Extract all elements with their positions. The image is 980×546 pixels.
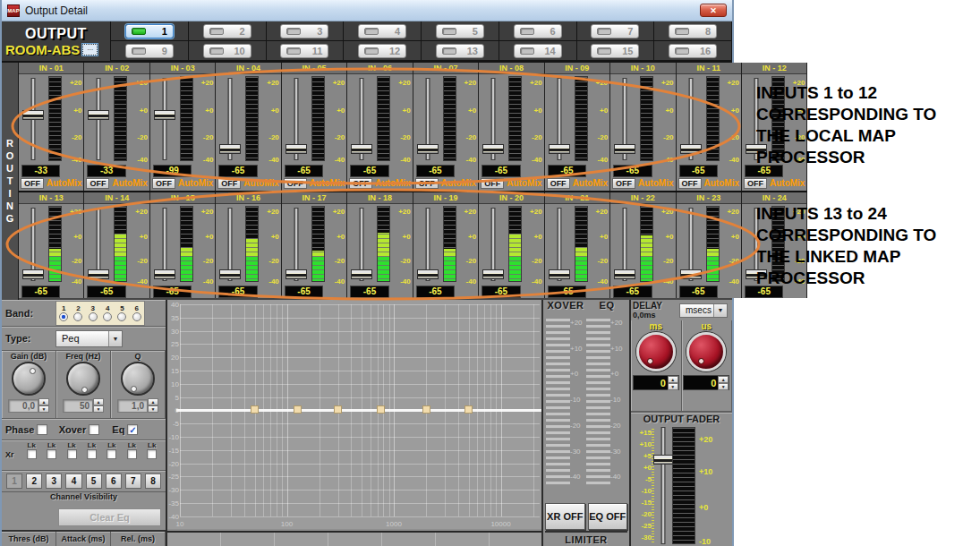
- fader-handle[interactable]: [219, 269, 241, 279]
- off-button[interactable]: OFF: [21, 178, 44, 189]
- automix-button[interactable]: AutoMix: [441, 178, 476, 188]
- off-button[interactable]: OFF: [86, 178, 109, 189]
- eq-off-button[interactable]: EQ OFF: [588, 503, 628, 530]
- delay-us-knob[interactable]: [686, 332, 726, 371]
- output-channel-button-15[interactable]: 15: [591, 44, 639, 58]
- visibility-button-1[interactable]: 1: [6, 473, 22, 489]
- automix-button[interactable]: AutoMix: [770, 178, 805, 188]
- automix-button[interactable]: AutoMix: [507, 178, 541, 188]
- xr-link-checkbox-5[interactable]: [107, 449, 116, 459]
- fader-handle[interactable]: [154, 110, 175, 120]
- output-fader-handle[interactable]: [653, 455, 673, 465]
- clear-eq-button[interactable]: Clear Eq: [58, 508, 161, 526]
- eq-checkbox[interactable]: ✓: [127, 424, 138, 435]
- band-radio-2[interactable]: [73, 312, 82, 321]
- off-button[interactable]: OFF: [481, 178, 504, 189]
- eq-band-handle-6[interactable]: [464, 405, 473, 414]
- automix-button[interactable]: AutoMix: [375, 178, 410, 188]
- off-button[interactable]: OFF: [284, 178, 307, 189]
- fader-handle[interactable]: [154, 269, 175, 279]
- output-channel-button-10[interactable]: 10: [203, 44, 251, 58]
- xr-off-button[interactable]: XR OFF: [545, 503, 585, 530]
- room-browse-button[interactable]: ...: [82, 44, 98, 55]
- off-button[interactable]: OFF: [415, 178, 439, 189]
- xr-link-checkbox-3[interactable]: [67, 449, 77, 459]
- off-button[interactable]: OFF: [217, 178, 241, 189]
- xr-link-checkbox-6[interactable]: [127, 449, 137, 459]
- eq-knob[interactable]: [66, 362, 100, 396]
- automix-button[interactable]: AutoMix: [47, 178, 81, 188]
- phase-checkbox[interactable]: [37, 424, 47, 435]
- fader-handle[interactable]: [285, 269, 307, 279]
- fader-handle[interactable]: [22, 269, 44, 279]
- fader-handle[interactable]: [482, 269, 504, 279]
- xr-link-checkbox-4[interactable]: [87, 449, 97, 459]
- visibility-button-5[interactable]: 5: [86, 473, 102, 489]
- off-button[interactable]: OFF: [744, 178, 767, 189]
- spinner-up-icon[interactable]: ▲: [718, 376, 729, 383]
- band-radio-3[interactable]: [89, 312, 98, 321]
- eq-band-handle-5[interactable]: [422, 405, 430, 414]
- eq-knob[interactable]: [121, 362, 155, 396]
- fader-handle[interactable]: [614, 269, 635, 279]
- output-channel-button-3[interactable]: 3: [280, 24, 328, 38]
- visibility-button-6[interactable]: 6: [106, 473, 122, 489]
- output-channel-button-16[interactable]: 16: [669, 44, 717, 58]
- band-radio-1[interactable]: [59, 312, 68, 321]
- output-channel-button-2[interactable]: 2: [203, 24, 251, 38]
- fader-handle[interactable]: [22, 110, 44, 120]
- eq-band-handle-1[interactable]: [251, 405, 259, 414]
- off-button[interactable]: OFF: [612, 178, 635, 189]
- fader-handle[interactable]: [88, 269, 109, 279]
- visibility-button-3[interactable]: 3: [46, 473, 62, 489]
- automix-button[interactable]: AutoMix: [573, 178, 608, 188]
- off-button[interactable]: OFF: [152, 178, 175, 189]
- eq-band-handle-3[interactable]: [334, 405, 342, 414]
- output-channel-button-7[interactable]: 7: [591, 24, 639, 38]
- automix-button[interactable]: AutoMix: [178, 178, 213, 188]
- band-radio-6[interactable]: [132, 312, 141, 321]
- delay-ms-knob[interactable]: [636, 332, 676, 371]
- spinner-down-icon[interactable]: ▼: [718, 383, 729, 390]
- eq-frequency-plot[interactable]: 4035302520151050-5-10-15-20-25-30-35-401…: [167, 300, 541, 529]
- fader-handle[interactable]: [219, 144, 241, 154]
- delay-unit-select[interactable]: msecs ▼: [679, 303, 728, 318]
- filter-type-select[interactable]: Peq ▼: [55, 330, 123, 347]
- fader-handle[interactable]: [614, 144, 635, 154]
- xr-link-checkbox-7[interactable]: [147, 449, 157, 459]
- off-button[interactable]: OFF: [349, 178, 372, 189]
- xover-checkbox[interactable]: [89, 424, 99, 435]
- automix-button[interactable]: AutoMix: [704, 178, 739, 188]
- xr-link-checkbox-2[interactable]: [47, 449, 56, 459]
- off-button[interactable]: OFF: [547, 178, 570, 189]
- spinner-down-icon[interactable]: ▼: [93, 405, 104, 413]
- automix-button[interactable]: AutoMix: [112, 178, 147, 188]
- output-channel-button-9[interactable]: 9: [125, 44, 174, 58]
- visibility-button-2[interactable]: 2: [26, 473, 42, 489]
- band-radio-5[interactable]: [117, 312, 126, 321]
- xr-link-checkbox-1[interactable]: [27, 449, 37, 459]
- fader-handle[interactable]: [549, 144, 570, 154]
- spinner-down-icon[interactable]: ▼: [38, 405, 49, 413]
- spinner-down-icon[interactable]: ▼: [668, 383, 678, 390]
- fader-handle[interactable]: [417, 269, 439, 279]
- eq-band-handle-4[interactable]: [377, 405, 385, 414]
- output-channel-button-6[interactable]: 6: [514, 24, 562, 38]
- fader-handle[interactable]: [549, 269, 570, 279]
- fader-handle[interactable]: [351, 269, 372, 279]
- spinner-up-icon[interactable]: ▲: [38, 398, 49, 405]
- visibility-button-7[interactable]: 7: [125, 473, 141, 489]
- spinner-down-icon[interactable]: ▼: [148, 405, 158, 413]
- spinner-up-icon[interactable]: ▲: [668, 376, 678, 383]
- automix-button[interactable]: AutoMix: [638, 178, 673, 188]
- output-channel-button-14[interactable]: 14: [514, 44, 562, 58]
- output-channel-button-11[interactable]: 11: [280, 44, 328, 58]
- fader-handle[interactable]: [285, 144, 307, 154]
- visibility-button-8[interactable]: 8: [145, 473, 161, 489]
- off-button[interactable]: OFF: [678, 178, 702, 189]
- fader-handle[interactable]: [680, 269, 702, 279]
- spinner-up-icon[interactable]: ▲: [93, 398, 104, 405]
- band-radio-4[interactable]: [103, 312, 112, 321]
- automix-button[interactable]: AutoMix: [310, 178, 345, 188]
- output-channel-button-1[interactable]: 1: [125, 24, 174, 38]
